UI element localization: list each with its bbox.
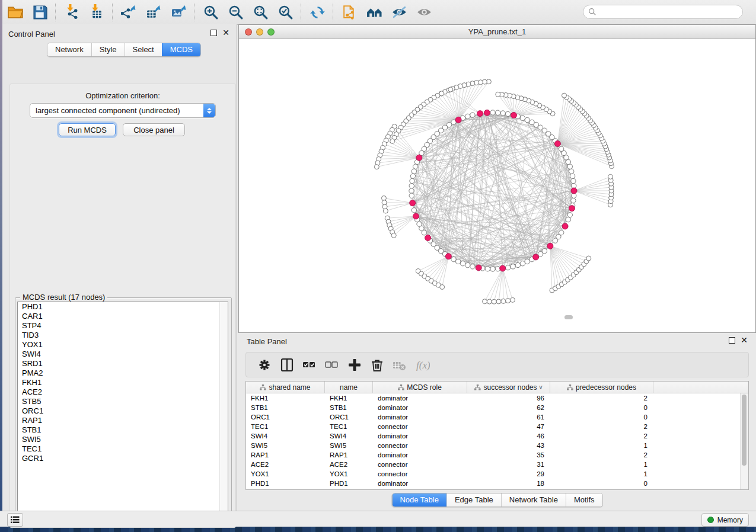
export-image-button[interactable] bbox=[166, 2, 191, 23]
table-row[interactable]: STB1STB1dominator620 bbox=[246, 403, 748, 412]
save-session-button[interactable] bbox=[27, 2, 52, 23]
import-network-button[interactable] bbox=[59, 2, 84, 23]
network-node[interactable] bbox=[505, 111, 510, 116]
clone-network-button[interactable] bbox=[337, 2, 362, 23]
table-row[interactable]: PHD1PHD1dominator180 bbox=[246, 479, 748, 488]
mcds-dominator-node[interactable] bbox=[416, 155, 422, 161]
tab-network-table[interactable]: Network Table bbox=[501, 493, 566, 507]
mcds-result-node[interactable]: STB5 bbox=[18, 397, 228, 406]
mcds-result-node[interactable]: RAP1 bbox=[18, 416, 228, 425]
network-node[interactable] bbox=[567, 164, 572, 169]
close-table-panel-icon[interactable]: ✕ bbox=[741, 338, 748, 343]
network-node[interactable] bbox=[490, 110, 495, 115]
tab-network[interactable]: Network bbox=[47, 43, 91, 56]
table-row[interactable]: SWI4SWI4dominator462 bbox=[246, 431, 748, 441]
delete-button[interactable] bbox=[366, 355, 388, 375]
mcds-result-node[interactable]: ACE2 bbox=[18, 387, 228, 397]
network-node[interactable] bbox=[455, 259, 460, 264]
network-node[interactable] bbox=[529, 120, 534, 124]
zoom-out-button[interactable] bbox=[223, 2, 248, 23]
deselect-all-button[interactable] bbox=[321, 355, 343, 375]
tab-style[interactable]: Style bbox=[91, 43, 125, 56]
network-canvas[interactable] bbox=[240, 39, 756, 333]
network-node[interactable] bbox=[465, 262, 470, 267]
network-node[interactable] bbox=[571, 178, 576, 183]
mcds-dominator-node[interactable] bbox=[569, 206, 575, 211]
mcds-result-node[interactable]: SWI4 bbox=[18, 350, 228, 359]
mcds-dominator-node[interactable] bbox=[413, 213, 419, 219]
network-leaf-node[interactable] bbox=[483, 299, 487, 304]
apply-layout-button[interactable] bbox=[305, 2, 330, 23]
network-node[interactable] bbox=[511, 264, 515, 269]
network-node[interactable] bbox=[567, 213, 572, 217]
gear-button[interactable] bbox=[253, 355, 276, 375]
search-input[interactable] bbox=[599, 6, 742, 18]
network-scroll-thumb[interactable] bbox=[564, 315, 573, 319]
mcds-result-node[interactable]: STP4 bbox=[18, 321, 228, 331]
export-table-button[interactable] bbox=[141, 2, 166, 23]
network-leaf-node[interactable] bbox=[391, 233, 396, 238]
mcds-result-node[interactable]: TID3 bbox=[18, 331, 228, 340]
mcds-result-node[interactable]: GCR1 bbox=[18, 454, 228, 463]
network-node[interactable] bbox=[451, 257, 456, 261]
tab-select[interactable]: Select bbox=[125, 43, 162, 56]
mcds-dominator-node[interactable] bbox=[554, 141, 560, 147]
network-leaf-node[interactable] bbox=[562, 93, 566, 98]
network-leaf-node[interactable] bbox=[439, 91, 444, 96]
column-header-shared-name[interactable]: shared name bbox=[246, 382, 325, 393]
table-row[interactable]: TEC1TEC1connector472 bbox=[246, 422, 748, 431]
network-node[interactable] bbox=[490, 267, 495, 271]
mcds-result-node[interactable]: SRD1 bbox=[18, 359, 228, 368]
network-leaf-node[interactable] bbox=[492, 299, 496, 304]
column-header-name[interactable]: name bbox=[325, 382, 373, 393]
network-node[interactable] bbox=[525, 117, 529, 122]
mcds-result-node[interactable]: TEC1 bbox=[18, 444, 228, 454]
network-node[interactable] bbox=[410, 174, 415, 178]
mcds-result-list[interactable]: PHD1CAR1STP4TID3YOX1SWI4SRD1PMA2FKH1ACE2… bbox=[17, 302, 228, 515]
mcds-result-node[interactable]: YOX1 bbox=[18, 340, 228, 350]
network-node[interactable] bbox=[559, 230, 563, 235]
mcds-dominator-node[interactable] bbox=[500, 265, 506, 271]
mcds-dominator-node[interactable] bbox=[410, 200, 416, 206]
network-node[interactable] bbox=[542, 249, 547, 254]
mcds-result-node[interactable]: PMA2 bbox=[18, 368, 228, 378]
network-node[interactable] bbox=[495, 110, 500, 115]
network-node[interactable] bbox=[500, 111, 505, 116]
zoom-selected-button[interactable] bbox=[273, 2, 298, 23]
mcds-dominator-node[interactable] bbox=[547, 243, 553, 249]
network-leaf-node[interactable] bbox=[382, 204, 387, 209]
mcds-dominator-node[interactable] bbox=[533, 254, 539, 260]
hide-selected-button[interactable] bbox=[387, 2, 412, 23]
network-node[interactable] bbox=[470, 264, 475, 269]
zoom-in-button[interactable] bbox=[198, 2, 223, 23]
table-scroll-thumb[interactable] bbox=[742, 395, 747, 466]
task-history-button[interactable] bbox=[7, 513, 23, 527]
network-node[interactable] bbox=[571, 198, 576, 203]
memory-button[interactable]: Memory bbox=[701, 513, 749, 527]
float-panel-icon[interactable] bbox=[210, 30, 217, 36]
network-node[interactable] bbox=[412, 169, 416, 174]
run-mcds-button[interactable]: Run MCDS bbox=[59, 123, 116, 136]
network-node[interactable] bbox=[413, 164, 418, 169]
table-row[interactable]: YOX1YOX1connector291 bbox=[246, 469, 748, 479]
mcds-result-node[interactable]: SWI5 bbox=[18, 435, 228, 444]
mcds-dominator-node[interactable] bbox=[445, 254, 451, 259]
mcds-dominator-node[interactable] bbox=[476, 265, 481, 271]
mcds-dominator-node[interactable] bbox=[562, 223, 568, 229]
network-node[interactable] bbox=[520, 261, 525, 266]
node-table[interactable]: shared namenameMCDS rolesuccessor nodesv… bbox=[245, 381, 749, 490]
mcds-result-node[interactable]: FKH1 bbox=[18, 378, 228, 387]
mcds-dominator-node[interactable] bbox=[511, 112, 516, 118]
column-header-MCDS-role[interactable]: MCDS role bbox=[373, 382, 467, 393]
tab-node-table[interactable]: Node Table bbox=[392, 493, 446, 507]
network-node[interactable] bbox=[505, 265, 510, 270]
first-neighbors-button[interactable] bbox=[362, 2, 387, 23]
network-titlebar[interactable]: YPA_prune.txt_1 bbox=[239, 25, 755, 39]
add-button[interactable] bbox=[343, 355, 366, 375]
network-leaf-node[interactable] bbox=[511, 297, 515, 302]
network-leaf-node[interactable] bbox=[374, 165, 379, 169]
float-table-panel-icon[interactable] bbox=[729, 337, 735, 344]
network-node[interactable] bbox=[566, 159, 570, 164]
network-node[interactable] bbox=[570, 174, 575, 178]
result-scrollbar[interactable] bbox=[219, 302, 228, 515]
